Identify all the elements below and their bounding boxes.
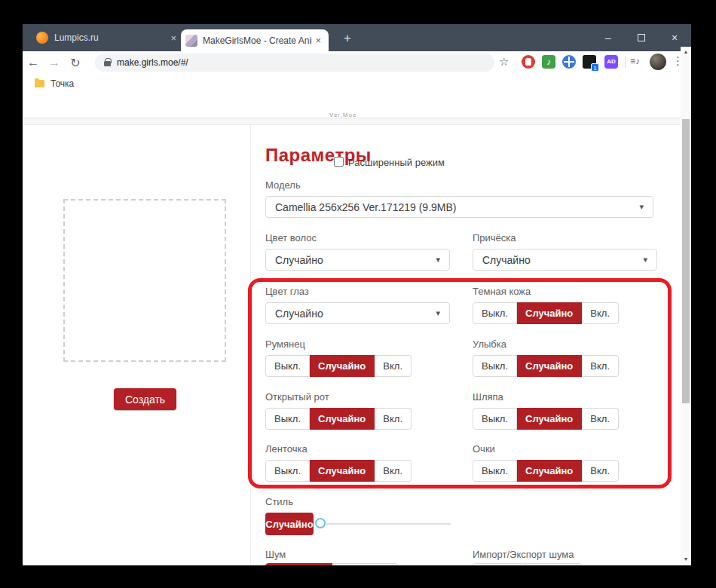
toggle-off-button[interactable]: Выкл. bbox=[265, 408, 310, 430]
noise-random-button[interactable]: Случайно bbox=[265, 563, 332, 565]
toggle-on-button[interactable]: Вкл. bbox=[375, 355, 412, 377]
toolbar-divider bbox=[625, 57, 626, 68]
create-button[interactable]: Создать bbox=[114, 388, 176, 410]
toggle-on-button[interactable]: Вкл. bbox=[582, 302, 619, 324]
noise-io-label: Импорт/Экспорт шума bbox=[473, 549, 574, 560]
toggle-random-button[interactable]: Случайно bbox=[517, 302, 582, 324]
import-button[interactable]: Импорт bbox=[473, 563, 526, 565]
column-divider bbox=[250, 125, 251, 565]
clipped-header-text: Ver.Moe bbox=[329, 112, 367, 118]
toggle-off-button[interactable]: Выкл. bbox=[473, 355, 517, 377]
new-tab-button[interactable]: + bbox=[338, 30, 357, 47]
scrollbar-thumb[interactable] bbox=[682, 119, 690, 403]
style-label: Стиль bbox=[265, 496, 293, 507]
eye-color-label: Цвет глаз bbox=[265, 286, 309, 297]
bookmark-folder-icon bbox=[35, 80, 44, 87]
noise-io-buttons: Импорт Экспорт bbox=[473, 563, 582, 565]
toggle-random-button[interactable]: Случайно bbox=[517, 408, 582, 430]
image-placeholder bbox=[63, 199, 226, 362]
hairstyle-value: Случайно bbox=[482, 254, 531, 266]
profile-avatar[interactable] bbox=[650, 54, 666, 70]
url-text[interactable]: make.girls.moe/#/ bbox=[117, 57, 188, 68]
chevron-down-icon: ▾ bbox=[436, 255, 440, 265]
noise-specific-button[interactable]: Конкретно bbox=[332, 563, 398, 565]
toggle-off-button[interactable]: Выкл. bbox=[265, 460, 310, 482]
minimize-button[interactable]: – bbox=[592, 24, 625, 51]
tab-close-icon[interactable]: × bbox=[167, 32, 179, 44]
hat-toggle: Выкл. Случайно Вкл. bbox=[473, 408, 619, 430]
lumpics-favicon-icon bbox=[36, 32, 48, 44]
maximize-button[interactable] bbox=[625, 24, 658, 51]
scroll-up-icon[interactable]: ▲ bbox=[681, 47, 691, 57]
tab-close-icon[interactable]: × bbox=[312, 35, 324, 46]
dark-skin-toggle: Выкл. Случайно Вкл. bbox=[473, 302, 619, 324]
eye-color-value: Случайно bbox=[275, 308, 323, 320]
browser-titlebar: Lumpics.ru × MakeGirlsMoe - Create Anime… bbox=[23, 24, 691, 51]
address-bar[interactable]: make.girls.moe/#/ bbox=[95, 54, 494, 72]
hand-icon bbox=[525, 58, 531, 66]
toggle-on-button[interactable]: Вкл. bbox=[375, 460, 412, 482]
style-random-button[interactable]: Случайно bbox=[265, 513, 314, 535]
toggle-off-button[interactable]: Выкл. bbox=[265, 355, 310, 377]
proxy-extension-icon[interactable] bbox=[562, 55, 576, 69]
page-scrollbar[interactable]: ▲ ▼ bbox=[681, 47, 691, 565]
playlist-icon[interactable]: ≡♪ bbox=[630, 56, 640, 66]
model-label: Модель bbox=[265, 179, 301, 191]
back-icon[interactable]: ← bbox=[23, 56, 44, 69]
adblock-extension-icon[interactable] bbox=[522, 55, 535, 69]
toggle-random-button[interactable]: Случайно bbox=[310, 355, 375, 377]
hairstyle-label: Причёска bbox=[473, 232, 516, 243]
toggle-random-button[interactable]: Случайно bbox=[310, 460, 375, 482]
export-button[interactable]: Экспорт bbox=[526, 563, 582, 565]
music-extension-icon[interactable]: ♪ bbox=[542, 55, 555, 69]
toggle-random-button[interactable]: Случайно bbox=[517, 355, 582, 377]
hair-color-select[interactable]: Случайно ▾ bbox=[265, 249, 450, 271]
tab-title: Lumpics.ru bbox=[54, 32, 99, 43]
forward-icon[interactable]: → bbox=[44, 56, 65, 69]
toggle-off-button[interactable]: Выкл. bbox=[473, 408, 517, 430]
toggle-random-button[interactable]: Случайно bbox=[310, 408, 375, 430]
tab-title: MakeGirlsMoe - Create Anime Ch bbox=[203, 35, 312, 46]
open-mouth-label: Открытый рот bbox=[265, 391, 329, 403]
advanced-mode-label: Расширенный режим bbox=[348, 157, 445, 168]
tab-makegirlsmoe[interactable]: MakeGirlsMoe - Create Anime Ch × bbox=[181, 29, 329, 51]
style-slider-track[interactable] bbox=[320, 523, 451, 525]
ad-extension-icon[interactable]: AD bbox=[604, 55, 618, 69]
notification-badge: 1 bbox=[591, 63, 599, 72]
maximize-icon bbox=[638, 34, 645, 41]
noise-label: Шум bbox=[265, 549, 286, 560]
cube-extension-icon[interactable]: 1 bbox=[583, 55, 596, 69]
smile-toggle: Выкл. Случайно Вкл. bbox=[473, 355, 619, 377]
globe-line bbox=[564, 61, 574, 63]
chevron-down-icon: ▾ bbox=[639, 202, 644, 212]
glasses-label: Очки bbox=[473, 443, 495, 455]
browser-window: Lumpics.ru × MakeGirlsMoe - Create Anime… bbox=[23, 24, 691, 565]
blush-toggle: Выкл. Случайно Вкл. bbox=[265, 355, 412, 377]
hairstyle-select[interactable]: Случайно ▾ bbox=[473, 249, 657, 271]
toggle-on-button[interactable]: Вкл. bbox=[582, 355, 619, 377]
glasses-toggle: Выкл. Случайно Вкл. bbox=[473, 460, 619, 482]
bookmark-folder-label[interactable]: Точка bbox=[50, 78, 74, 89]
toggle-on-button[interactable]: Вкл. bbox=[582, 408, 619, 430]
toggle-off-button[interactable]: Выкл. bbox=[473, 460, 517, 482]
hair-color-label: Цвет волос bbox=[265, 232, 317, 243]
model-select[interactable]: Camellia 256x256 Ver.171219 (9.9MB) ▾ bbox=[265, 196, 653, 218]
hat-label: Шляпа bbox=[473, 391, 503, 403]
scroll-down-icon[interactable]: ▼ bbox=[681, 554, 691, 564]
reload-icon[interactable]: ↻ bbox=[65, 56, 86, 70]
style-slider-thumb[interactable] bbox=[315, 518, 326, 528]
ribbon-label: Ленточка bbox=[265, 443, 308, 455]
panel-top-edge bbox=[24, 118, 681, 125]
hair-color-value: Случайно bbox=[275, 254, 323, 266]
advanced-mode-checkbox[interactable] bbox=[334, 157, 344, 167]
toggle-off-button[interactable]: Выкл. bbox=[473, 302, 517, 324]
noise-toggle: Случайно Конкретно bbox=[265, 563, 398, 565]
toggle-on-button[interactable]: Вкл. bbox=[582, 460, 619, 482]
bookmark-star-icon[interactable]: ☆ bbox=[499, 55, 509, 69]
toggle-on-button[interactable]: Вкл. bbox=[375, 408, 412, 430]
toggle-random-button[interactable]: Случайно bbox=[517, 460, 582, 482]
eye-color-select[interactable]: Случайно ▾ bbox=[265, 302, 450, 324]
bookmarks-bar: Точка bbox=[23, 74, 691, 93]
makegirlsmoe-favicon-icon bbox=[185, 35, 197, 47]
tab-lumpics[interactable]: Lumpics.ru × bbox=[36, 24, 179, 51]
